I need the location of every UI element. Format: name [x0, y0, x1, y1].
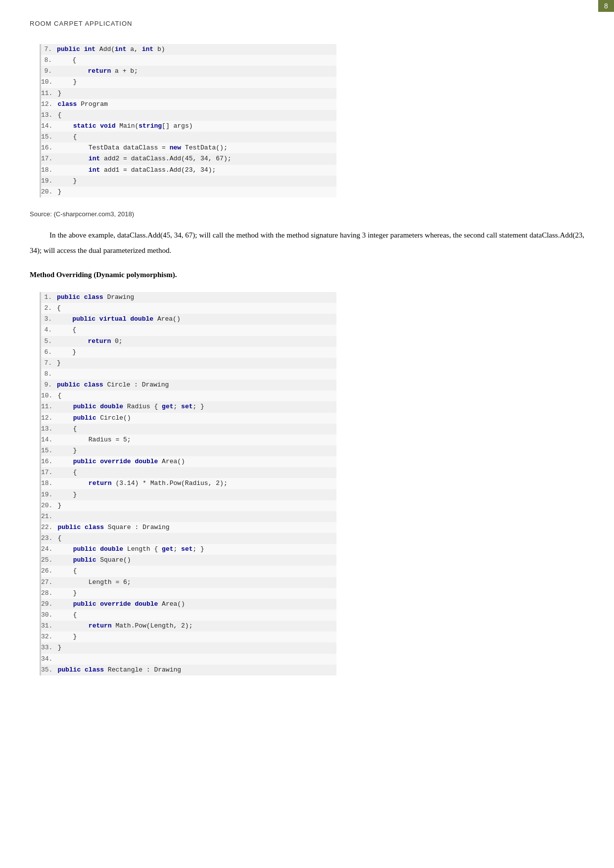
code-line: 3. public virtual double Area() — [41, 314, 336, 325]
code-block-2: 1.public class Drawing2.{3. public virtu… — [40, 292, 336, 675]
code-line: 29. public override double Area() — [41, 599, 336, 610]
code-line: 27. Length = 6; — [41, 577, 336, 588]
code-line: 18. int add1 = dataClass.Add(23, 34); — [41, 165, 336, 176]
code-line: 32. } — [41, 631, 336, 642]
code-line: 33.} — [41, 642, 336, 653]
code-line: 24. public double Length { get; set; } — [41, 544, 336, 555]
code-line: 15. { — [41, 132, 336, 143]
code-line: 35.public class Rectangle : Drawing — [41, 665, 336, 675]
code-line: 4. { — [41, 325, 336, 336]
page-number: 8 — [598, 0, 614, 12]
code-line: 14. Radius = 5; — [41, 434, 336, 445]
code-line: 22.public class Square : Drawing — [41, 522, 336, 533]
code-line: 26. { — [41, 566, 336, 577]
code-line: 7.} — [41, 358, 336, 369]
code-line: 19. } — [41, 176, 336, 187]
code-line: 9.public class Circle : Drawing — [41, 380, 336, 390]
code-line: 15. } — [41, 445, 336, 456]
code-line: 20.} — [41, 500, 336, 511]
code-line: 28. } — [41, 588, 336, 599]
code-line: 30. { — [41, 610, 336, 621]
code-line: 11. public double Radius { get; set; } — [41, 401, 336, 412]
code-line: 8. { — [41, 55, 336, 66]
code-line: 34. — [41, 654, 336, 665]
code-line: 17. int add2 = dataClass.Add(45, 34, 67)… — [41, 153, 336, 164]
code-line: 8. — [41, 369, 336, 380]
code-line: 12.class Program — [41, 99, 336, 110]
code-line: 17. { — [41, 467, 336, 478]
code-line: 1.public class Drawing — [41, 292, 336, 303]
code-line: 21. — [41, 511, 336, 522]
code-line: 10. } — [41, 77, 336, 88]
code-line: 25. public Square() — [41, 555, 336, 566]
body-paragraph: In the above example, dataClass.Add(45, … — [30, 228, 584, 259]
code-line: 7.public int Add(int a, int b) — [41, 44, 336, 55]
section-heading: Method Overriding (Dynamic polymorphism)… — [30, 271, 584, 279]
code-line: 19. } — [41, 489, 336, 500]
code-line: 13. { — [41, 424, 336, 434]
code-line: 2.{ — [41, 303, 336, 314]
page-title: ROOM CARPET APPLICATION — [30, 20, 584, 27]
code-line: 6. } — [41, 347, 336, 358]
code-line: 13.{ — [41, 110, 336, 121]
code-line: 16. TestData dataClass = new TestData(); — [41, 143, 336, 153]
code-line: 18. return (3.14) * Math.Pow(Radius, 2); — [41, 478, 336, 489]
code-line: 23.{ — [41, 533, 336, 544]
code-line: 9. return a + b; — [41, 66, 336, 77]
code-line: 16. public override double Area() — [41, 456, 336, 467]
code-line: 5. return 0; — [41, 336, 336, 347]
code-line: 20.} — [41, 187, 336, 197]
source-citation: Source: (C-sharpcorner.com3, 2018) — [30, 210, 584, 218]
code-line: 14. static void Main(string[] args) — [41, 121, 336, 132]
code-line: 10.{ — [41, 390, 336, 401]
code-line: 31. return Math.Pow(Length, 2); — [41, 621, 336, 631]
code-line: 12. public Circle() — [41, 413, 336, 424]
code-line: 11.} — [41, 88, 336, 99]
code-block-1: 7.public int Add(int a, int b)8. {9. ret… — [40, 44, 336, 197]
